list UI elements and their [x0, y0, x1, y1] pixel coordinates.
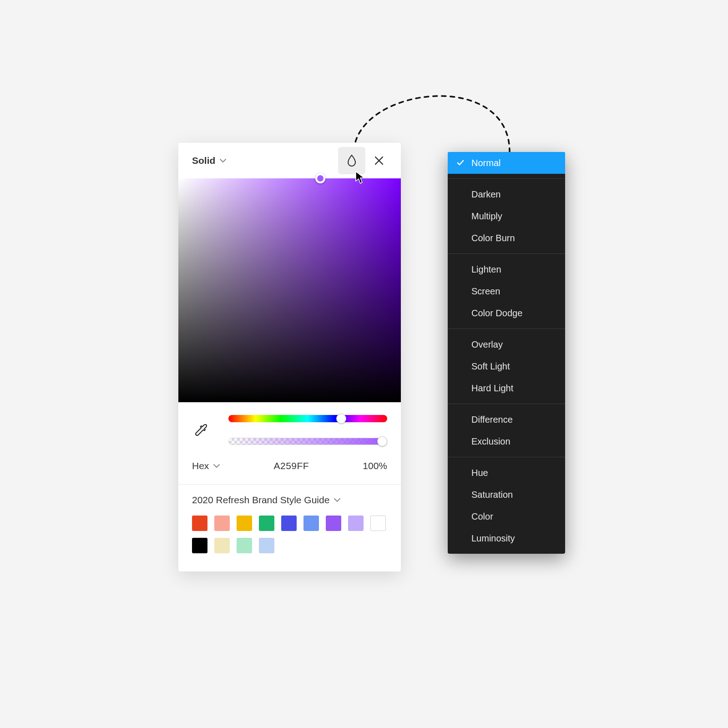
menu-separator [448, 404, 565, 404]
blend-mode-menu: NormalDarkenMultiplyColor BurnLightenScr… [448, 152, 565, 554]
sv-handle[interactable] [315, 173, 325, 183]
blend-mode-option[interactable]: Hue [448, 462, 565, 484]
blend-mode-option[interactable]: Luminosity [448, 527, 565, 549]
blend-mode-label: Multiply [471, 211, 502, 222]
header-actions [338, 147, 393, 174]
fill-type-dropdown[interactable]: Solid [192, 155, 226, 166]
swatch[interactable] [303, 516, 319, 531]
eyedropper-button[interactable] [192, 421, 210, 439]
color-format-dropdown[interactable]: Hex [192, 460, 220, 471]
color-picker-panel: Solid [178, 143, 401, 571]
blend-mode-option[interactable]: Lighten [448, 258, 565, 280]
blend-mode-option[interactable]: Hard Light [448, 377, 565, 399]
blend-mode-label: Saturation [471, 490, 513, 500]
color-format-label: Hex [192, 460, 209, 471]
alpha-handle[interactable] [377, 436, 387, 446]
blend-mode-button[interactable] [338, 147, 365, 174]
blend-mode-option[interactable]: Screen [448, 280, 565, 302]
palette-library-label: 2020 Refresh Brand Style Guide [192, 495, 329, 506]
chevron-down-icon [220, 157, 226, 164]
blend-mode-option[interactable]: Overlay [448, 334, 565, 355]
close-icon [374, 156, 384, 166]
menu-separator [448, 253, 565, 254]
swatch[interactable] [348, 516, 364, 531]
blend-mode-label: Color Burn [471, 233, 515, 243]
swatch[interactable] [214, 538, 230, 553]
swatch[interactable] [214, 516, 230, 531]
blend-mode-option[interactable]: Color [448, 506, 565, 527]
swatch[interactable] [281, 516, 297, 531]
blend-mode-label: Overlay [471, 339, 503, 350]
blend-mode-option[interactable]: Exclusion [448, 430, 565, 452]
close-button[interactable] [365, 147, 393, 174]
blend-mode-label: Color Dodge [471, 308, 522, 318]
menu-separator [448, 329, 565, 329]
swatch[interactable] [237, 538, 252, 553]
alpha-slider[interactable] [228, 438, 387, 445]
swatch[interactable] [259, 516, 274, 531]
blend-mode-option[interactable]: Saturation [448, 484, 565, 506]
hue-handle[interactable] [336, 414, 346, 424]
blend-mode-label: Difference [471, 415, 513, 425]
menu-separator [448, 178, 565, 179]
blend-mode-label: Soft Light [471, 361, 510, 372]
swatch[interactable] [259, 538, 274, 553]
hue-slider[interactable] [228, 415, 387, 422]
blend-mode-option[interactable]: Normal [448, 152, 565, 174]
blend-mode-option[interactable]: Darken [448, 183, 565, 205]
blend-mode-label: Hue [471, 468, 488, 478]
palette-library-dropdown[interactable]: 2020 Refresh Brand Style Guide [192, 495, 387, 506]
blend-mode-option[interactable]: Difference [448, 409, 565, 430]
check-icon [456, 158, 465, 167]
swatch[interactable] [370, 516, 386, 531]
hex-input[interactable]: A259FF [273, 460, 309, 471]
fill-type-label: Solid [192, 155, 215, 166]
sliders-block [178, 402, 401, 445]
blend-mode-label: Exclusion [471, 436, 511, 447]
swatch[interactable] [326, 516, 341, 531]
swatch[interactable] [192, 516, 207, 531]
blend-mode-option[interactable]: Soft Light [448, 355, 565, 377]
picker-header: Solid [178, 143, 401, 178]
chevron-down-icon [334, 497, 340, 503]
swatch[interactable] [192, 538, 207, 553]
blend-mode-option[interactable]: Color Burn [448, 227, 565, 249]
chevron-down-icon [213, 463, 220, 469]
blend-mode-label: Screen [471, 286, 500, 297]
blend-mode-label: Normal [471, 158, 500, 168]
swatch[interactable] [237, 516, 252, 531]
eyedropper-icon [194, 423, 208, 437]
blend-mode-label: Color [471, 511, 493, 522]
blend-mode-label: Lighten [471, 264, 501, 275]
blend-mode-label: Luminosity [471, 533, 515, 544]
swatch-grid [192, 516, 387, 553]
blend-mode-label: Darken [471, 189, 500, 200]
hex-row: Hex A259FF 100% [178, 445, 401, 484]
blend-mode-option[interactable]: Color Dodge [448, 302, 565, 324]
droplet-icon [346, 154, 357, 167]
blend-mode-label: Hard Light [471, 383, 513, 394]
saturation-value-area[interactable] [178, 178, 401, 402]
palette-section: 2020 Refresh Brand Style Guide [178, 485, 401, 571]
blend-mode-option[interactable]: Multiply [448, 205, 565, 227]
opacity-input[interactable]: 100% [363, 460, 387, 471]
menu-separator [448, 457, 565, 457]
